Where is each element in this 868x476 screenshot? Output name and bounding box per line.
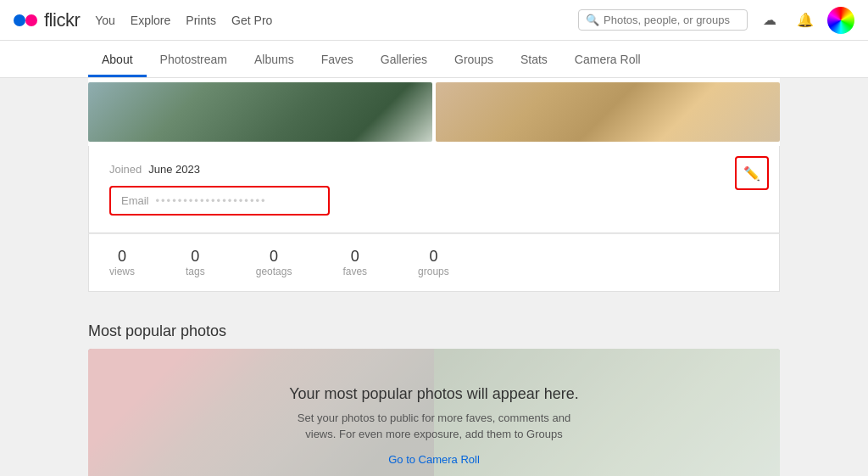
stat-faves-number: 0 (351, 248, 359, 266)
popular-photos-section: Most popular photos Your most popular ph… (88, 322, 780, 476)
stat-faves: 0 faves (342, 248, 367, 277)
stat-views-number: 0 (118, 248, 126, 266)
popular-photos-container: Your most popular photos will appear her… (88, 349, 780, 476)
popular-headline: Your most popular photos will appear her… (289, 385, 579, 403)
stat-faves-label: faves (342, 266, 367, 277)
stat-views: 0 views (109, 248, 135, 277)
tab-albums[interactable]: Albums (241, 44, 308, 77)
stats-section: 0 views 0 tags 0 geotags 0 faves 0 group… (88, 233, 780, 292)
email-value: •••••••••••••••••••• (156, 194, 267, 207)
nav-prints[interactable]: Prints (186, 14, 216, 27)
stat-views-label: views (109, 266, 135, 277)
photo-thumb-city (436, 82, 780, 142)
stat-geotags-number: 0 (270, 248, 278, 266)
tab-camera-roll[interactable]: Camera Roll (561, 44, 654, 77)
tab-photostream[interactable]: Photostream (147, 44, 241, 77)
upload-icon[interactable]: ☁ (756, 7, 783, 34)
popular-subtext: Set your photos to public for more faves… (281, 410, 587, 443)
bell-icon[interactable]: 🔔 (792, 7, 819, 34)
pencil-icon: ✏️ (743, 165, 760, 182)
search-icon: 🔍 (586, 14, 599, 26)
popular-photos-title: Most popular photos (88, 322, 780, 340)
tab-galleries[interactable]: Galleries (367, 44, 441, 77)
stat-tags-label: tags (186, 266, 205, 277)
nav-get-pro[interactable]: Get Pro (231, 14, 272, 27)
joined-value: June 2023 (148, 163, 200, 176)
main-header: flickr You Explore Prints Get Pro 🔍 ☁ 🔔 (0, 0, 868, 41)
stat-groups: 0 groups (418, 248, 449, 277)
stat-groups-label: groups (418, 266, 449, 277)
logo-dot-blue (14, 14, 25, 26)
tabs-bar: About Photostream Albums Faves Galleries… (0, 41, 868, 78)
email-label: Email (121, 194, 149, 207)
tab-stats[interactable]: Stats (507, 44, 561, 77)
photo-thumb-forest (88, 82, 432, 142)
section-divider (88, 292, 780, 305)
joined-row: Joined June 2023 (109, 163, 759, 176)
nav-explore[interactable]: Explore (131, 14, 170, 27)
nav-you[interactable]: You (95, 14, 115, 27)
stat-geotags-label: geotags (256, 266, 292, 277)
header-icons: ☁ 🔔 (756, 7, 854, 34)
stat-groups-number: 0 (429, 248, 437, 266)
search-input[interactable] (604, 14, 735, 26)
tab-groups[interactable]: Groups (441, 44, 507, 77)
stat-tags: 0 tags (186, 248, 205, 277)
header-search-area: 🔍 ☁ 🔔 (578, 7, 854, 34)
stat-geotags: 0 geotags (256, 248, 292, 277)
search-box[interactable]: 🔍 (578, 9, 748, 31)
email-field-wrapper[interactable]: Email •••••••••••••••••••• (109, 186, 330, 216)
stat-tags-number: 0 (191, 248, 199, 266)
edit-button[interactable]: ✏️ (735, 156, 769, 190)
tab-about[interactable]: About (88, 44, 147, 77)
logo-dot-pink (25, 14, 37, 26)
logo-text: flickr (44, 9, 80, 31)
profile-section: ✏️ Joined June 2023 Email ••••••••••••••… (88, 146, 780, 233)
avatar[interactable] (827, 7, 854, 34)
header-left: flickr You Explore Prints Get Pro (14, 9, 272, 31)
camera-roll-link[interactable]: Go to Camera Roll (388, 453, 480, 466)
tab-faves[interactable]: Faves (308, 44, 367, 77)
photo-strip (88, 78, 780, 146)
popular-overlay: Your most popular photos will appear her… (88, 349, 780, 476)
joined-label: Joined (109, 163, 142, 176)
content-wrapper: ✏️ Joined June 2023 Email ••••••••••••••… (0, 78, 868, 476)
flickr-logo[interactable]: flickr (14, 9, 80, 31)
